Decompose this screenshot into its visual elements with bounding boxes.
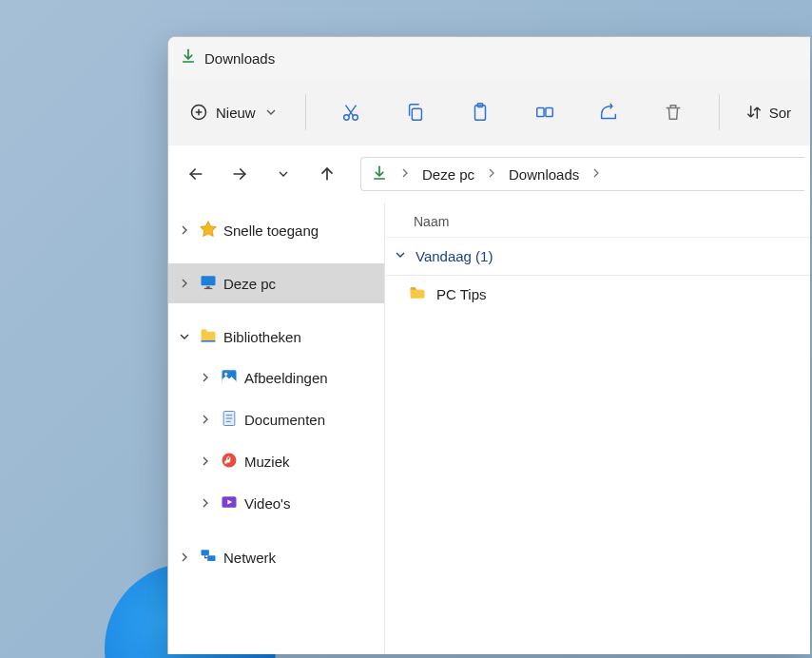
breadcrumb-item[interactable]: Deze pc (422, 166, 474, 183)
breadcrumb-item[interactable]: Downloads (509, 166, 579, 183)
file-item[interactable]: PC Tips (385, 276, 810, 313)
body: Snelle toegang Deze pc (168, 203, 810, 654)
toolbar: Nieuw (168, 79, 810, 145)
download-arrow-icon (180, 48, 197, 68)
sort-button[interactable]: Sor (735, 97, 801, 127)
svg-rect-11 (202, 340, 216, 342)
svg-rect-9 (206, 286, 209, 288)
group-label: Vandaag (1) (416, 248, 493, 264)
up-button[interactable] (307, 154, 347, 194)
copy-button[interactable] (391, 92, 440, 132)
download-arrow-icon (371, 164, 388, 184)
music-icon (220, 451, 239, 473)
chevron-right-icon[interactable] (176, 550, 193, 565)
folder-icon (408, 283, 427, 305)
tree-item-label: Bibliotheken (223, 329, 301, 345)
forward-button[interactable] (220, 154, 260, 194)
chevron-right-icon[interactable] (197, 370, 214, 385)
desktop-background: Downloads Nieuw (0, 0, 812, 658)
chevron-right-icon (397, 165, 413, 184)
title-bar[interactable]: Downloads (168, 37, 810, 79)
chevron-right-icon[interactable] (176, 276, 193, 291)
svg-point-13 (224, 372, 227, 375)
chevron-right-icon (484, 165, 499, 184)
tree-item-videos[interactable]: Video's (168, 482, 384, 524)
explorer-window: Downloads Nieuw (167, 36, 810, 654)
rename-button[interactable] (520, 92, 570, 132)
svg-rect-7 (545, 107, 551, 116)
paste-button[interactable] (455, 92, 505, 132)
sort-button-label: Sor (769, 105, 791, 121)
chevron-down-icon[interactable] (176, 329, 193, 344)
chevron-right-icon[interactable] (197, 495, 214, 511)
svg-rect-3 (412, 108, 421, 120)
column-header-name[interactable]: Naam (385, 206, 810, 238)
folder-icon (199, 326, 218, 348)
tree-item-libraries[interactable]: Bibliotheken (168, 317, 384, 357)
chevron-down-icon (393, 247, 408, 265)
tree-item-pictures[interactable]: Afbeeldingen (168, 357, 384, 398)
new-button[interactable]: Nieuw (178, 97, 290, 127)
file-name: PC Tips (436, 286, 487, 302)
chevron-right-icon[interactable] (197, 412, 214, 427)
new-button-label: Nieuw (216, 105, 256, 121)
tree-item-label: Netwerk (223, 550, 276, 566)
chevron-right-icon (589, 165, 604, 184)
delete-button[interactable] (648, 92, 698, 132)
tree-item-label: Muziek (244, 454, 290, 470)
back-button[interactable] (176, 154, 216, 194)
separator (305, 94, 306, 130)
chevron-right-icon[interactable] (176, 223, 193, 238)
tree-item-quick-access[interactable]: Snelle toegang (168, 210, 384, 250)
navigation-pane: Snelle toegang Deze pc (168, 203, 385, 654)
chevron-right-icon[interactable] (197, 454, 214, 469)
tree-item-network[interactable]: Netwerk (168, 537, 384, 577)
share-button[interactable] (584, 92, 633, 132)
tree-item-label: Video's (244, 495, 290, 512)
navigation-row: Deze pc Downloads (168, 145, 810, 203)
tree-item-label: Afbeeldingen (244, 370, 328, 386)
star-icon (199, 220, 218, 242)
tree-item-label: Snelle toegang (223, 223, 319, 239)
svg-rect-20 (202, 550, 209, 555)
recent-locations-button[interactable] (263, 154, 303, 194)
tree-item-label: Deze pc (223, 276, 276, 292)
video-icon (220, 493, 239, 514)
svg-point-1 (344, 115, 350, 121)
group-header[interactable]: Vandaag (1) (385, 238, 810, 276)
breadcrumb[interactable]: Deze pc Downloads (360, 157, 804, 191)
svg-rect-10 (204, 287, 212, 288)
window-title: Downloads (204, 50, 275, 67)
tree-item-this-pc[interactable]: Deze pc (168, 263, 384, 303)
network-icon (199, 547, 218, 569)
cut-button[interactable] (327, 92, 377, 132)
tree-item-label: Documenten (244, 412, 325, 428)
monitor-icon (199, 273, 218, 295)
picture-icon (220, 367, 239, 389)
svg-rect-21 (207, 555, 215, 561)
tree-item-music[interactable]: Muziek (168, 440, 384, 482)
svg-point-2 (353, 115, 358, 121)
separator (719, 94, 720, 130)
content-pane: Naam Vandaag (1) PC Tips (385, 203, 810, 654)
svg-rect-8 (202, 276, 216, 285)
tree-item-documents[interactable]: Documenten (168, 398, 384, 440)
document-icon (220, 409, 239, 431)
svg-rect-6 (536, 107, 543, 116)
